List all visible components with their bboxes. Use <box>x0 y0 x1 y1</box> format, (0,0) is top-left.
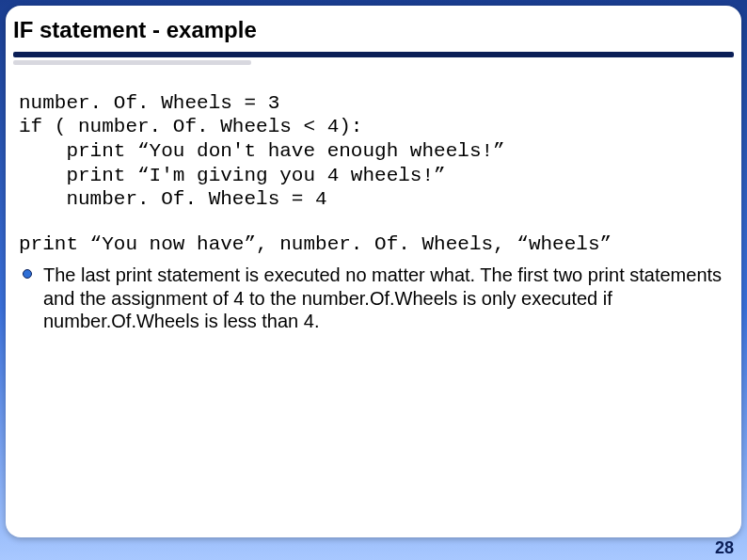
code-line-4: print “I'm giving you 4 wheels!” <box>19 164 728 188</box>
code-line-1: number. Of. Wheels = 3 <box>19 91 728 116</box>
slide-card: IF statement - example number. Of. Wheel… <box>6 6 741 537</box>
bullet-item: The last print statement is executed no … <box>19 264 728 332</box>
code-line-5: number. Of. Wheels = 4 <box>19 187 728 212</box>
bullet-text: The last print statement is executed no … <box>43 264 722 331</box>
code-line-2: if ( number. Of. Wheels < 4): <box>19 115 728 139</box>
page-number: 28 <box>715 538 734 558</box>
slide-content: number. Of. Wheels = 3 if ( number. Of. … <box>6 65 741 333</box>
title-rule-dark <box>13 52 734 57</box>
code-line-3: print “You don't have enough wheels!” <box>19 139 728 164</box>
title-block: IF statement - example <box>6 6 741 65</box>
slide-background: IF statement - example number. Of. Wheel… <box>0 0 747 560</box>
code-line-6: print “You now have”, number. Of. Wheels… <box>19 232 728 257</box>
slide-title: IF statement - example <box>13 17 734 44</box>
bullet-icon <box>23 269 32 279</box>
